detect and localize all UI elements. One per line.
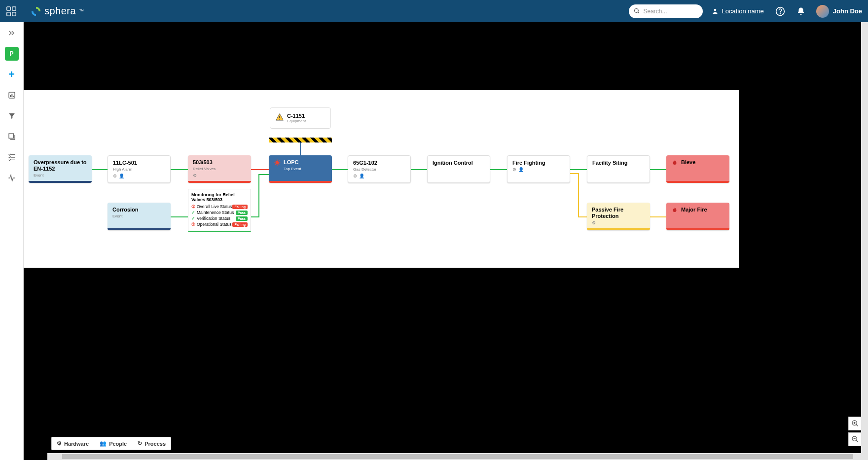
- sidebar-chart-icon[interactable]: [5, 88, 19, 102]
- fire-icon: [671, 159, 678, 167]
- detail-title: Monitoring for Relief Valves 503/503: [191, 192, 248, 202]
- sidebar-expand-button[interactable]: [5, 26, 19, 40]
- sidebar-add-button[interactable]: +: [5, 68, 19, 81]
- connector: [171, 169, 188, 170]
- help-button[interactable]: [775, 6, 786, 17]
- connector: [570, 169, 587, 170]
- gear-icon: ⚙: [353, 174, 357, 178]
- brand-logo[interactable]: sphera™: [31, 5, 84, 17]
- status-badge: Pass: [236, 216, 248, 221]
- sidebar-activity-icon[interactable]: [5, 171, 19, 185]
- node-11lc-501[interactable]: 11LC-501 High Alarm ⚙👤: [108, 155, 171, 183]
- equipment-subtitle: Equipment: [287, 119, 306, 123]
- svg-point-16: [276, 161, 279, 165]
- person-pin-icon: [712, 8, 719, 15]
- svg-rect-13: [9, 134, 13, 138]
- node-facility-siting[interactable]: Facility Siting: [587, 155, 650, 183]
- node-passive-fire[interactable]: Passive Fire Protection ⚙: [587, 203, 650, 230]
- check-icon: ✓: [191, 210, 195, 215]
- scrollbar-vertical[interactable]: [861, 22, 868, 453]
- connector: [258, 174, 259, 217]
- svg-rect-0: [7, 6, 10, 10]
- user-avatar[interactable]: [816, 5, 829, 18]
- diagram-whitespace: C-1151 Equipment Overpressure due to EN-…: [24, 90, 739, 268]
- explosion-icon: [274, 159, 281, 173]
- connector: [578, 173, 579, 217]
- node-bleve[interactable]: Bleve: [666, 155, 729, 183]
- detail-row: ①Overall Live StatusFailing: [191, 204, 248, 209]
- view-process[interactable]: ↻Process: [138, 440, 166, 447]
- connector: [171, 216, 188, 217]
- detail-row: ✓Maintenence StatusPass: [191, 210, 248, 215]
- check-icon: ✓: [191, 216, 195, 221]
- sidebar-checklist-icon[interactable]: [5, 150, 19, 164]
- svg-rect-14: [279, 116, 280, 118]
- main: P + C-1151 Equipment Ove: [0, 22, 868, 460]
- hazard-strip: [269, 138, 332, 142]
- status-badge: Failing: [232, 205, 248, 209]
- svg-point-4: [635, 9, 639, 13]
- brand-name: sphera: [44, 5, 76, 17]
- detail-row: ①Operational StatusFailing: [191, 222, 248, 227]
- user-name: John Doe: [833, 7, 862, 15]
- view-people[interactable]: 👥People: [100, 440, 127, 447]
- node-corrosion[interactable]: Corrosion Event: [108, 203, 171, 230]
- apps-grid-icon[interactable]: [6, 6, 17, 17]
- person-icon: 👤: [518, 167, 524, 172]
- view-hardware[interactable]: ⚙Hardware: [57, 440, 89, 447]
- svg-rect-11: [11, 94, 12, 97]
- alert-icon: ①: [191, 204, 195, 209]
- zoom-out-button[interactable]: [848, 432, 862, 446]
- location-selector[interactable]: Location name: [712, 7, 763, 15]
- zoom-controls: [848, 417, 862, 446]
- svg-line-5: [638, 12, 640, 13]
- status-badge: Failing: [232, 222, 248, 227]
- node-fire-fighting[interactable]: Fire Fighting ⚙👤: [507, 155, 570, 183]
- fire-icon: [671, 207, 678, 214]
- node-ignition-control[interactable]: Ignition Control: [427, 155, 490, 183]
- connector: [251, 169, 269, 170]
- sidebar-filter-icon[interactable]: [5, 109, 19, 123]
- sidebar: P +: [0, 22, 24, 460]
- connector: [490, 169, 507, 170]
- connector: [251, 216, 258, 217]
- alert-icon: ①: [191, 222, 195, 227]
- search-icon: [634, 8, 640, 14]
- node-equipment[interactable]: C-1151 Equipment: [270, 107, 331, 129]
- svg-rect-10: [10, 95, 11, 97]
- svg-rect-1: [12, 6, 16, 10]
- gear-icon: ⚙: [193, 173, 197, 178]
- detail-panel[interactable]: Monitoring for Relief Valves 503/503 ①Ov…: [188, 189, 251, 232]
- person-icon: 👤: [359, 174, 364, 178]
- gear-icon: ⚙: [592, 220, 596, 225]
- view-toolbar: ⚙Hardware 👥People ↻Process: [51, 437, 171, 450]
- detail-row: ✓Verification StatusPass: [191, 216, 248, 221]
- node-major-fire[interactable]: Major Fire: [666, 203, 729, 230]
- notifications-button[interactable]: [796, 6, 806, 17]
- search-box[interactable]: [629, 4, 703, 18]
- sidebar-layers-icon[interactable]: [5, 130, 19, 143]
- svg-rect-2: [7, 12, 10, 15]
- scrollbar-horizontal[interactable]: [47, 453, 868, 460]
- connector: [650, 216, 666, 217]
- connector: [570, 173, 578, 174]
- node-gas-detector[interactable]: 65G1-102 Gas Detector ⚙👤: [348, 155, 411, 183]
- connector: [578, 216, 587, 217]
- svg-point-6: [714, 8, 717, 11]
- svg-rect-3: [12, 12, 16, 15]
- zoom-in-button[interactable]: [848, 417, 862, 430]
- connector: [411, 169, 427, 170]
- detail-rows: ①Overall Live StatusFailing✓Maintenence …: [191, 204, 248, 227]
- node-lopc[interactable]: LOPC Top Event: [269, 155, 332, 183]
- diagram-canvas[interactable]: C-1151 Equipment Overpressure due to EN-…: [24, 22, 868, 460]
- svg-rect-15: [279, 119, 280, 120]
- node-relief-valves[interactable]: 503/503 Relief Valves ⚙: [188, 155, 251, 183]
- status-badge: Pass: [236, 211, 248, 215]
- connector: [650, 169, 666, 170]
- gear-icon: ⚙: [113, 174, 117, 178]
- sidebar-project-badge[interactable]: P: [5, 47, 19, 61]
- search-input[interactable]: [643, 8, 698, 15]
- connector: [332, 169, 348, 170]
- node-overpressure[interactable]: Overpressure due to EN-1152 Event: [29, 155, 92, 183]
- connector: [92, 169, 108, 170]
